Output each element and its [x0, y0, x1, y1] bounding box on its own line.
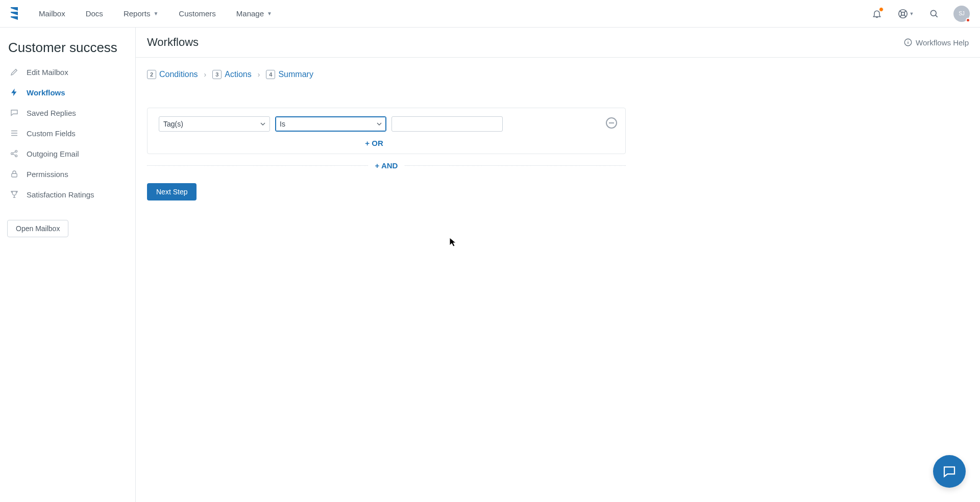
- nav-label: Docs: [86, 9, 103, 18]
- sidebar-title: Customer success: [7, 40, 128, 56]
- sidebar-item-label: Outgoing Email: [27, 149, 79, 158]
- condition-operator-select[interactable]: Is: [275, 116, 386, 132]
- nav-mailbox[interactable]: Mailbox: [29, 0, 76, 28]
- chevron-right-icon: ›: [258, 70, 260, 79]
- sidebar-item-custom-fields[interactable]: Custom Fields: [7, 123, 128, 143]
- step-actions[interactable]: 3 Actions: [212, 70, 251, 79]
- step-summary[interactable]: 4 Summary: [266, 70, 313, 79]
- help-label: Workflows Help: [916, 38, 969, 47]
- page-header: Workflows Workflows Help: [136, 28, 980, 58]
- notification-badge-icon: [879, 7, 884, 12]
- workflows-help-link[interactable]: Workflows Help: [903, 38, 969, 47]
- step-conditions[interactable]: 2 Conditions: [147, 70, 198, 79]
- step-number: 2: [147, 70, 156, 79]
- and-separator: + AND: [147, 161, 626, 170]
- cursor-icon: [449, 237, 457, 247]
- sidebar-item-satisfaction-ratings[interactable]: Satisfaction Ratings: [7, 184, 128, 205]
- sidebar-item-workflows[interactable]: Workflows: [7, 82, 128, 103]
- sidebar-item-label: Permissions: [27, 170, 68, 179]
- add-and-button[interactable]: + AND: [368, 161, 405, 170]
- svg-point-2: [930, 10, 936, 16]
- sidebar-item-label: Edit Mailbox: [27, 68, 68, 77]
- caret-down-icon: ▼: [153, 11, 158, 16]
- sidebar-item-outgoing-email[interactable]: Outgoing Email: [7, 143, 128, 164]
- sidebar-item-label: Saved Replies: [27, 109, 76, 117]
- nav-customers[interactable]: Customers: [168, 0, 226, 28]
- nav-manage[interactable]: Manage▼: [226, 0, 282, 28]
- workflow-steps: 2 Conditions › 3 Actions › 4 Summary: [147, 70, 969, 79]
- pencil-icon: [9, 67, 19, 77]
- add-or-button[interactable]: + OR: [159, 132, 590, 147]
- condition-field-select[interactable]: Tag(s): [159, 116, 270, 132]
- info-icon: [903, 38, 913, 47]
- divider: [147, 165, 368, 166]
- nav-label: Mailbox: [39, 9, 65, 18]
- chat-fab-button[interactable]: [933, 455, 966, 488]
- lock-icon: [9, 169, 19, 179]
- next-step-button[interactable]: Next Step: [147, 183, 197, 200]
- top-nav: Mailbox Docs Reports▼ Customers Manage▼ …: [0, 0, 980, 28]
- page-title: Workflows: [147, 36, 199, 49]
- chat-bubble-icon: [942, 464, 957, 479]
- sidebar-item-saved-replies[interactable]: Saved Replies: [7, 103, 128, 123]
- condition-value-input[interactable]: [391, 116, 503, 132]
- sidebar-item-edit-mailbox[interactable]: Edit Mailbox: [7, 62, 128, 82]
- step-number: 4: [266, 70, 275, 79]
- sidebar: Customer success Edit Mailbox Workflows …: [0, 28, 136, 502]
- caret-down-icon: ▼: [910, 11, 914, 16]
- nav-label: Reports: [124, 9, 151, 18]
- sidebar-item-permissions[interactable]: Permissions: [7, 164, 128, 184]
- bolt-icon: [9, 87, 19, 97]
- step-label: Summary: [278, 70, 313, 79]
- sidebar-item-label: Workflows: [27, 88, 65, 97]
- caret-down-icon: ▼: [267, 11, 272, 16]
- share-icon: [9, 148, 19, 159]
- search-button[interactable]: [925, 5, 943, 23]
- svg-rect-6: [12, 173, 17, 177]
- brand-icon[interactable]: [4, 4, 24, 24]
- step-number: 3: [212, 70, 222, 79]
- sidebar-item-label: Custom Fields: [27, 129, 76, 138]
- condition-group: Tag(s) Is + OR: [147, 108, 626, 154]
- notifications-button[interactable]: [868, 5, 886, 23]
- avatar-initials: SJ: [959, 11, 965, 16]
- svg-point-1: [901, 12, 904, 15]
- open-mailbox-button[interactable]: Open Mailbox: [7, 220, 68, 237]
- nav-docs[interactable]: Docs: [76, 0, 113, 28]
- avatar[interactable]: SJ: [953, 6, 970, 22]
- nav-label: Customers: [179, 9, 216, 18]
- step-label: Actions: [225, 70, 251, 79]
- step-label: Conditions: [159, 70, 198, 79]
- status-dot-icon: [966, 18, 970, 22]
- chat-icon: [9, 108, 19, 118]
- nav-label: Manage: [236, 9, 264, 18]
- trophy-icon: [9, 189, 19, 199]
- support-button[interactable]: ▼: [896, 5, 915, 23]
- chevron-right-icon: ›: [204, 70, 207, 79]
- remove-condition-button[interactable]: [606, 117, 617, 129]
- nav-reports[interactable]: Reports▼: [113, 0, 168, 28]
- sidebar-item-label: Satisfaction Ratings: [27, 190, 94, 199]
- list-icon: [9, 128, 19, 138]
- divider: [405, 165, 626, 166]
